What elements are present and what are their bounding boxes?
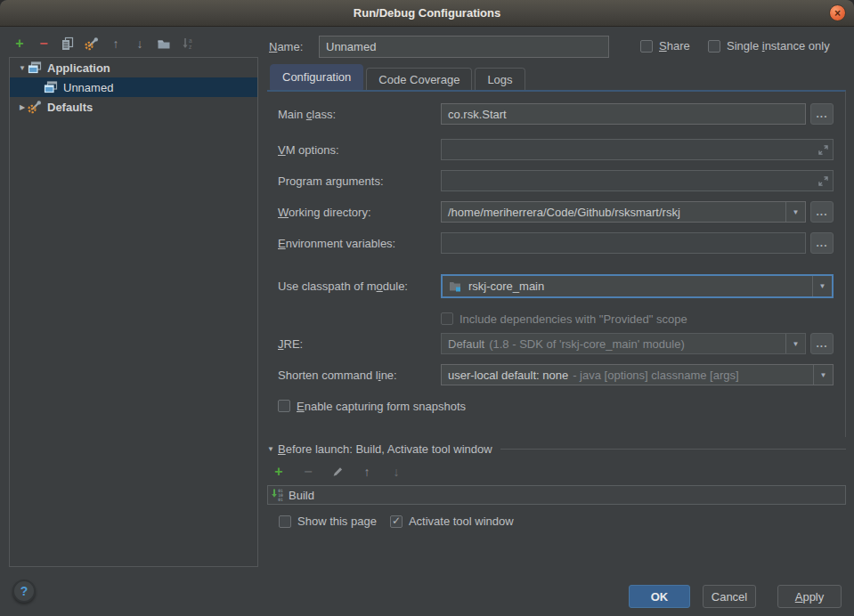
- before-launch-task-list: 011001 Build: [267, 485, 846, 505]
- collapse-arrow-icon[interactable]: ▶: [17, 103, 28, 111]
- move-task-up-icon[interactable]: ↑: [360, 465, 374, 479]
- environment-variables-label: Environment variables:: [278, 237, 441, 250]
- svg-text:z: z: [189, 44, 191, 50]
- single-instance-checkbox-row: Single instance only: [708, 39, 830, 53]
- single-instance-checkbox[interactable]: [708, 40, 720, 53]
- enable-capturing-label: Enable capturing form snapshots: [297, 400, 466, 413]
- shorten-command-line-combo[interactable]: user-local default: none- java [options]…: [441, 364, 834, 385]
- remove-configuration-icon[interactable]: −: [37, 36, 51, 51]
- tab-logs[interactable]: Logs: [475, 68, 525, 90]
- application-icon: [28, 61, 42, 75]
- configurations-toolbar: + − ↑ ↓ az: [12, 35, 195, 53]
- shorten-command-line-row: Shorten command line: user-local default…: [278, 364, 834, 385]
- show-this-page-label: Show this page: [297, 515, 377, 528]
- help-button[interactable]: ?: [12, 580, 36, 603]
- name-label: Name:: [269, 40, 303, 53]
- vm-options-field[interactable]: [441, 139, 834, 160]
- collapse-arrow-icon[interactable]: ▼: [267, 445, 278, 453]
- add-task-icon[interactable]: +: [272, 465, 286, 479]
- environment-variables-browse-button[interactable]: ...: [810, 232, 834, 254]
- svg-text:01: 01: [278, 498, 283, 502]
- program-arguments-label: Program arguments:: [278, 174, 441, 188]
- move-up-icon[interactable]: ↑: [109, 36, 123, 51]
- activate-tool-window-label: Activate tool window: [409, 515, 514, 528]
- tree-item-label: Application: [47, 61, 110, 75]
- enable-capturing-checkbox[interactable]: [278, 400, 290, 412]
- share-checkbox-row: Share: [640, 39, 690, 53]
- activate-tool-window-checkbox[interactable]: ✓: [390, 515, 403, 528]
- new-folder-icon[interactable]: [157, 36, 171, 51]
- dropdown-arrow-icon[interactable]: ▼: [813, 365, 833, 385]
- application-icon: [44, 80, 58, 94]
- copy-configuration-icon[interactable]: [61, 36, 75, 51]
- add-configuration-icon[interactable]: +: [12, 36, 27, 51]
- working-directory-browse-button[interactable]: ...: [810, 201, 834, 223]
- module-combo[interactable]: rskj-core_main ▼: [441, 274, 834, 298]
- task-item-build[interactable]: Build: [289, 489, 314, 502]
- ok-button[interactable]: OK: [629, 585, 690, 608]
- working-directory-label: Working directory:: [278, 206, 441, 219]
- before-launch-section: ▼ Before launch: Build, Activate tool wi…: [267, 441, 846, 528]
- jre-combo[interactable]: Default(1.8 - SDK of 'rskj-core_main' mo…: [441, 333, 806, 354]
- share-checkbox[interactable]: [640, 40, 653, 53]
- expand-field-icon[interactable]: [817, 144, 829, 158]
- include-provided-checkbox: [441, 312, 453, 325]
- edit-task-icon[interactable]: [330, 465, 345, 479]
- jre-browse-button[interactable]: ...: [810, 333, 834, 354]
- dropdown-arrow-icon[interactable]: ▼: [812, 276, 832, 296]
- enable-capturing-checkbox-row: Enable capturing form snapshots: [278, 400, 466, 413]
- apply-button[interactable]: Apply: [777, 585, 842, 608]
- before-launch-title: Before launch: Build, Activate tool wind…: [278, 442, 492, 456]
- dialog-body: + − ↑ ↓ az ▼ Applicatio: [0, 27, 854, 616]
- program-arguments-field[interactable]: [441, 170, 834, 191]
- include-provided-checkbox-row: Include dependencies with "Provided" sco…: [441, 312, 687, 326]
- configuration-tab-content: Main class: co.rsk.Start ... VM options:…: [267, 90, 846, 437]
- use-classpath-label: Use classpath of module:: [278, 280, 441, 293]
- main-class-row: Main class: co.rsk.Start ...: [278, 103, 834, 125]
- tree-item-application[interactable]: ▼ Application: [10, 58, 257, 77]
- move-task-down-icon[interactable]: ↓: [389, 465, 403, 479]
- tab-configuration[interactable]: Configuration: [270, 64, 363, 90]
- activate-tool-window-checkbox-row: ✓ Activate tool window: [390, 515, 514, 528]
- expand-arrow-icon[interactable]: ▼: [17, 64, 28, 72]
- defaults-settings-icon: [28, 100, 42, 114]
- before-launch-toolbar: + − ↑ ↓: [267, 465, 846, 479]
- environment-variables-field[interactable]: [441, 232, 806, 254]
- before-launch-options: Show this page ✓ Activate tool window: [267, 515, 846, 528]
- move-down-icon[interactable]: ↓: [133, 36, 147, 51]
- name-input[interactable]: [319, 36, 609, 58]
- cancel-button[interactable]: Cancel: [703, 585, 756, 608]
- environment-variables-row: Environment variables: ...: [278, 232, 834, 254]
- main-class-browse-button[interactable]: ...: [810, 103, 834, 125]
- sort-alphabetically-icon[interactable]: az: [181, 36, 195, 51]
- tab-bar: Configuration Code Coverage Logs: [270, 64, 528, 90]
- tree-item-unnamed[interactable]: Unnamed: [10, 77, 257, 97]
- title-bar[interactable]: Run/Debug Configurations ×: [0, 0, 854, 27]
- use-classpath-row: Use classpath of module: rskj-core_main …: [278, 275, 834, 296]
- vm-options-row: VM options:: [278, 139, 834, 160]
- working-directory-row: Working directory: /home/meriherrera/Cod…: [278, 201, 834, 223]
- edit-defaults-icon[interactable]: [85, 36, 99, 51]
- configurations-tree: ▼ Application Unnamed ▶ Defaults: [9, 57, 258, 567]
- single-instance-label: Single instance only: [727, 39, 830, 53]
- expand-field-icon[interactable]: [817, 175, 829, 190]
- main-class-field[interactable]: co.rsk.Start: [441, 103, 806, 125]
- show-this-page-checkbox[interactable]: [279, 515, 291, 528]
- include-provided-row: Include dependencies with "Provided" sco…: [278, 308, 687, 329]
- working-directory-combo[interactable]: /home/meriherrera/Code/Github/rsksmart/r…: [441, 201, 806, 223]
- shorten-command-line-label: Shorten command line:: [278, 369, 441, 382]
- tree-item-defaults[interactable]: ▶ Defaults: [10, 97, 257, 117]
- build-compile-icon: 011001: [271, 488, 285, 502]
- vm-options-label: VM options:: [278, 143, 441, 157]
- dropdown-arrow-icon[interactable]: ▼: [785, 334, 805, 353]
- tab-code-coverage[interactable]: Code Coverage: [366, 68, 472, 90]
- remove-task-icon[interactable]: −: [301, 465, 315, 479]
- main-class-label: Main class:: [278, 108, 441, 121]
- close-icon[interactable]: ×: [829, 4, 846, 21]
- before-launch-header[interactable]: ▼ Before launch: Build, Activate tool wi…: [267, 441, 846, 457]
- tree-item-label: Unnamed: [63, 81, 113, 94]
- name-row: Name: Share Single instance only: [267, 36, 854, 59]
- dropdown-arrow-icon[interactable]: ▼: [785, 202, 805, 222]
- window-title: Run/Debug Configurations: [354, 6, 500, 20]
- checkmark-icon: ✓: [392, 515, 401, 526]
